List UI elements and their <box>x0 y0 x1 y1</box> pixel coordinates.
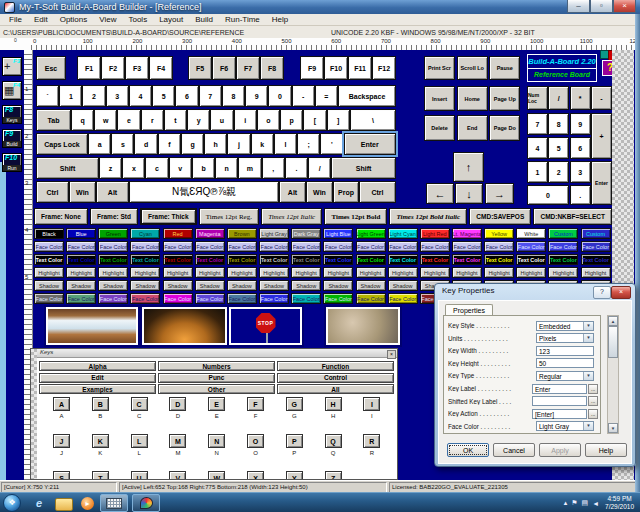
numpad-key-key[interactable]: / <box>548 86 569 110</box>
key-f8[interactable]: F8 <box>260 56 284 80</box>
key-key[interactable]: , <box>262 157 285 179</box>
palette-highlight[interactable]: Highlight <box>356 267 386 278</box>
key-7[interactable]: 7 <box>199 85 222 107</box>
letter-key-j[interactable]: J <box>53 434 70 448</box>
key-2[interactable]: 2 <box>82 85 105 107</box>
palette-shadow[interactable]: Shadow <box>34 280 64 291</box>
palette-face-color[interactable]: Face Color <box>130 241 160 252</box>
key-key[interactable]: ' <box>320 133 343 155</box>
palette-text-color[interactable]: Text Color <box>195 254 225 265</box>
palette-face-color[interactable]: Face Color <box>388 241 418 252</box>
key-f7[interactable]: F7 <box>236 56 260 80</box>
scroll-down-icon[interactable]: ▼ <box>608 423 618 433</box>
taskbar-paint-button[interactable] <box>132 494 160 512</box>
numpad-key-key[interactable]: - <box>591 86 612 110</box>
key-f5[interactable]: F5 <box>188 56 212 80</box>
palette-face-color[interactable]: Face Color <box>516 241 546 252</box>
letter-key-h[interactable]: H <box>325 397 342 411</box>
palette-face-color-2[interactable]: Face Color <box>323 293 353 304</box>
palette-face-color-2[interactable]: Face Color <box>291 293 321 304</box>
sidebar-f4-button[interactable]: ▦F4 <box>2 81 22 100</box>
palette-light-gray-name[interactable]: Light Gray <box>259 228 289 239</box>
palette-custom-name[interactable]: Custom <box>548 228 578 239</box>
field-input-key-action[interactable]: [Enter] <box>532 409 587 419</box>
close-button[interactable]: × <box>613 0 636 13</box>
palette-highlight[interactable]: Highlight <box>291 267 321 278</box>
palette-highlight[interactable]: Highlight <box>195 267 225 278</box>
key-f6[interactable]: F6 <box>212 56 236 80</box>
palette-face-color[interactable]: Face Color <box>420 241 450 252</box>
letter-key-f[interactable]: F <box>247 397 264 411</box>
help-button[interactable]: Help <box>585 443 627 457</box>
key-f3[interactable]: F3 <box>125 56 149 80</box>
letter-key-q[interactable]: Q <box>325 434 342 448</box>
key-u[interactable]: u <box>210 109 233 131</box>
menu-layout[interactable]: Layout <box>153 15 189 24</box>
key-f4[interactable]: F4 <box>149 56 173 80</box>
numpad-key-0[interactable]: 0 <box>527 185 569 205</box>
palette-shadow[interactable]: Shadow <box>291 280 321 291</box>
ok-button[interactable]: OK <box>447 443 489 457</box>
key-shift[interactable]: Shift <box>331 157 396 179</box>
numpad-key-3[interactable]: 3 <box>570 161 591 183</box>
taskbar-build-a-board-button[interactable] <box>100 494 128 512</box>
key-arrow-left[interactable]: ← <box>426 183 454 204</box>
action-center-flag-icon[interactable]: ⚑ <box>571 499 577 507</box>
dialog-scrollbar[interactable]: ▲ ▼ <box>607 315 619 434</box>
palette-text-color[interactable]: Text Color <box>66 254 96 265</box>
style-button-cmd-savepos[interactable]: CMD:SAVEPOS <box>469 208 531 225</box>
key-b[interactable]: b <box>192 157 215 179</box>
numpad-key-7[interactable]: 7 <box>527 113 548 135</box>
palette-dark-gray-name[interactable]: Dark Gray <box>291 228 321 239</box>
thumbnail-cat[interactable] <box>326 307 400 345</box>
palette-brown-name[interactable]: Brown <box>227 228 257 239</box>
palette-face-color[interactable]: Face Color <box>66 241 96 252</box>
letter-key-c[interactable]: C <box>131 397 148 411</box>
palette-red-name[interactable]: Red <box>163 228 193 239</box>
keys-tab-function[interactable]: Function <box>277 361 394 371</box>
palette-face-color[interactable]: Face Color <box>452 241 482 252</box>
maximize-button[interactable]: ▫ <box>590 0 613 13</box>
key-j[interactable]: j <box>227 133 250 155</box>
palette-magenta-name[interactable]: Magenta <box>195 228 225 239</box>
key-prop[interactable]: Prop <box>333 181 359 203</box>
palette-face-color[interactable]: Face Color <box>581 241 611 252</box>
letter-key-v[interactable]: V <box>169 471 186 480</box>
letter-key-i[interactable]: I <box>363 397 380 411</box>
menu-tools[interactable]: Tools <box>122 15 153 24</box>
palette-shadow[interactable]: Shadow <box>323 280 353 291</box>
palette-face-color[interactable]: Face Color <box>34 241 64 252</box>
menu-file[interactable]: File <box>3 15 28 24</box>
palette-face-color[interactable]: Face Color <box>98 241 128 252</box>
palette-face-color-2[interactable]: Face Color <box>130 293 160 304</box>
key-p[interactable]: p <box>280 109 303 131</box>
palette-highlight[interactable]: Highlight <box>452 267 482 278</box>
numpad-key-key[interactable]: * <box>570 86 591 110</box>
key-l[interactable]: l <box>274 133 297 155</box>
scroll-up-icon[interactable]: ▲ <box>608 316 618 326</box>
style-button-times-12pt-bold-italic[interactable]: Times 12pt Bold Italic <box>389 208 467 225</box>
key-key[interactable]: \ <box>350 109 396 131</box>
key-s[interactable]: s <box>111 133 134 155</box>
keys-window-titlebar[interactable]: Keys <box>37 349 397 358</box>
style-button-frame-none[interactable]: Frame: None <box>34 208 88 225</box>
keys-tab-edit[interactable]: Edit <box>39 373 156 383</box>
key-tab[interactable]: Tab <box>36 109 71 131</box>
more-button[interactable]: ... <box>588 409 598 419</box>
key-backspace[interactable]: Backspace <box>338 85 396 107</box>
numpad-key-num-loc[interactable]: Num Loc <box>527 86 548 110</box>
scrollbar-thumb[interactable] <box>608 326 618 358</box>
palette-shadow[interactable]: Shadow <box>259 280 289 291</box>
letter-key-m[interactable]: M <box>169 434 186 448</box>
key-pause[interactable]: Pause <box>489 56 520 80</box>
key-8[interactable]: 8 <box>222 85 245 107</box>
menu-options[interactable]: Options <box>54 15 94 24</box>
palette-text-color[interactable]: Text Color <box>388 254 418 265</box>
style-button-frame-std[interactable]: Frame: Std <box>90 208 138 225</box>
key-f11[interactable]: F11 <box>348 56 372 80</box>
show-hidden-icons[interactable]: ▴ <box>564 499 568 507</box>
letter-key-y[interactable]: Y <box>286 471 303 480</box>
palette-face-color-2[interactable]: Face Color <box>98 293 128 304</box>
taskbar-browser-icon[interactable]: e <box>31 496 47 510</box>
palette-text-color[interactable]: Text Color <box>484 254 514 265</box>
